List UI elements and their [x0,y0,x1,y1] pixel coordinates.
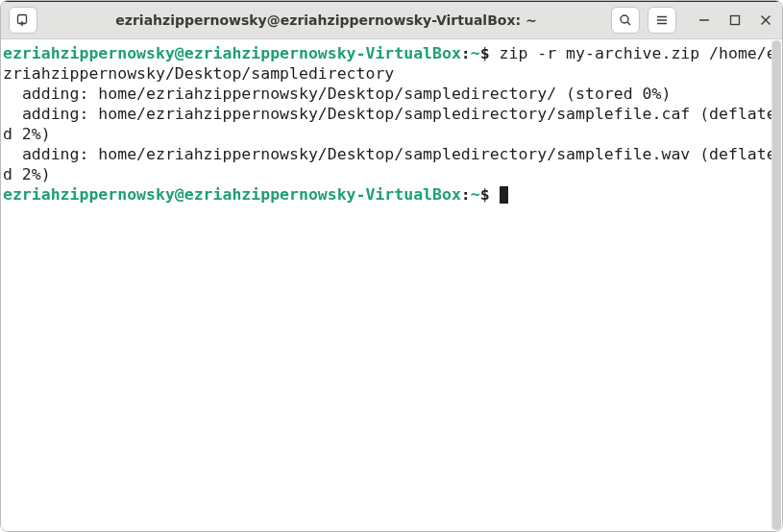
menu-button[interactable] [648,7,676,34]
hamburger-icon [654,12,670,28]
prompt-symbol: $ [480,185,490,204]
cursor [500,186,508,204]
prompt-symbol: $ [480,44,490,62]
prompt-user-host: ezriahzippernowsky@ezriahzippernowsky-Vi… [3,185,461,204]
window-controls [696,12,774,29]
search-button[interactable] [611,7,640,34]
prompt-separator: : [461,44,471,62]
titlebar: ezriahzippernowsky@ezriahzippernowsky-Vi… [1,1,782,39]
svg-rect-9 [731,16,740,25]
close-icon [760,14,771,26]
new-tab-icon [15,12,31,28]
new-tab-button[interactable] [9,7,37,34]
prompt-path: ~ [471,185,480,204]
output-line: adding: home/ezriahzippernowsky/Desktop/… [3,85,671,103]
scrollbar[interactable] [771,40,781,530]
prompt-user-host: ezriahzippernowsky@ezriahzippernowsky-Vi… [3,44,461,62]
minimize-button[interactable] [696,12,713,29]
minimize-icon [698,14,710,26]
svg-point-3 [621,15,628,23]
output-line: adding: home/ezriahzippernowsky/Desktop/… [3,145,776,183]
output-line: adding: home/ezriahzippernowsky/Desktop/… [3,105,776,143]
window-title: ezriahzippernowsky@ezriahzippernowsky-Vi… [41,12,611,28]
close-button[interactable] [757,12,774,29]
terminal-body[interactable]: ezriahzippernowsky@ezriahzippernowsky-Vi… [1,39,782,531]
scrollbar-thumb[interactable] [772,40,781,530]
prompt-path: ~ [471,44,480,62]
terminal-window: ezriahzippernowsky@ezriahzippernowsky-Vi… [0,0,783,532]
titlebar-left [9,7,41,34]
svg-line-4 [627,22,630,25]
maximize-icon [729,14,741,26]
titlebar-right [611,7,774,34]
maximize-button[interactable] [726,12,744,29]
prompt-separator: : [461,185,471,204]
search-icon [618,12,633,28]
